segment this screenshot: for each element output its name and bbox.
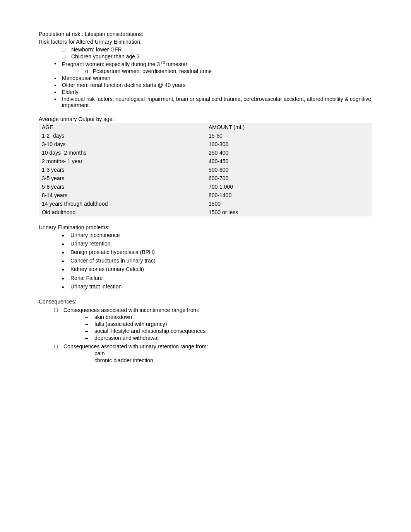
age-cell: Old adulthood — [39, 208, 206, 217]
age-cell: 8-14 years — [39, 191, 206, 200]
filled-bullet-icon: ▪ — [54, 89, 59, 95]
consequence-intro-text: Consequences associated with incontinenc… — [63, 307, 199, 313]
age-cell: 1-3 years — [39, 165, 206, 174]
problem-text: Cancer of structures in urinary tract — [70, 257, 155, 264]
consequence-dash-list-2: – pain – chronic bladder infection — [85, 350, 372, 363]
age-cell: 2 months- 1 year — [39, 157, 206, 165]
amount-cell: 250-400 — [206, 148, 372, 157]
square-bullet-icon: □ — [62, 46, 68, 53]
table-row: 5-8 years 700-1,000 — [39, 182, 372, 191]
amount-cell: 1500 — [206, 200, 372, 208]
dash-text: social, lifestyle and relationship conse… — [94, 328, 206, 334]
consequences-title: Consequences: — [39, 298, 372, 305]
amount-cell: 100-300 — [206, 140, 372, 148]
section-consequences: Consequences: □ Consequences associated … — [39, 298, 372, 363]
sub-postpartum: o Postpartum women: overdistention, resi… — [85, 68, 372, 74]
section-title-2: Risk factors for Altered Urinary Elimina… — [39, 39, 372, 45]
amount-cell: 700-1,000 — [206, 182, 372, 191]
bullet-dot-icon: • — [62, 283, 67, 291]
problem-item-3: • Benign prostatic hyperplasia (BPH) — [62, 249, 372, 256]
bullet-text: Individual risk factors: neurological im… — [62, 96, 372, 108]
square-bullet-icon: □ — [54, 307, 60, 313]
col-header-age: AGE — [39, 123, 206, 131]
amount-cell: 15-60 — [206, 131, 372, 140]
dash-text: skin breakdown — [94, 314, 132, 320]
problem-text: Urinary tract infection — [70, 283, 122, 290]
problem-item-1: • Urinary incontinence — [62, 232, 372, 239]
amount-cell: 500-600 — [206, 165, 372, 174]
col-header-amount: AMOUNT (mL) — [206, 123, 372, 131]
sub-o-icon: o — [85, 68, 88, 74]
filled-bullet-icon: ▪ — [54, 96, 59, 102]
problem-item-7: • Urinary tract infection — [62, 283, 372, 291]
dash-icon: – — [85, 357, 91, 363]
square-bullet-icon: □ — [62, 53, 68, 60]
bullet-children: □ Children younger than age 3 — [62, 53, 372, 60]
bullet-text: Older men: renal function decline starts… — [62, 82, 185, 88]
consequence-intro-1: □ Consequences associated with incontine… — [54, 307, 372, 313]
filled-bullet-icon: ▪ — [54, 75, 59, 81]
dash-item-3: – social, lifestyle and relationship con… — [85, 328, 372, 334]
bullet-dot-icon: • — [62, 266, 67, 273]
table-title: Average urinary Output by age: — [39, 116, 372, 122]
age-cell: 10 days- 2 months — [39, 148, 206, 157]
problem-text: Urinary incontinence — [70, 232, 120, 238]
bullet-dot-icon: • — [62, 275, 67, 282]
dash-icon: – — [85, 321, 91, 327]
age-cell: 1-2- days — [39, 131, 206, 140]
age-cell: 3-5 years — [39, 174, 206, 182]
section-title-1: Population at risk : Lifespan considerat… — [39, 31, 372, 37]
square-bullet-icon: □ — [54, 343, 60, 350]
bullet-text: Elderly — [62, 89, 79, 95]
table-row: 2 months- 1 year 400-450 — [39, 157, 372, 165]
dash-item-bladder: – chronic bladder infection — [85, 357, 372, 363]
table-row: 1-2- days 15-60 — [39, 131, 372, 140]
consequences-block-2: □ Consequences associated with urinary r… — [39, 343, 372, 363]
superscript: rd — [161, 60, 165, 65]
bullet-elderly: ▪ Elderly — [54, 89, 372, 95]
age-cell: 3-10 days — [39, 140, 206, 148]
dash-item-2: – falls (associated with urgency) — [85, 321, 372, 327]
dash-text: depression and withdrawal — [94, 335, 159, 341]
bullet-text: Menopausal women — [62, 75, 110, 81]
problem-text: Renal Failure — [70, 275, 103, 281]
bullet-menopausal: ▪ Menopausal women — [54, 75, 372, 81]
problem-item-4: • Cancer of structures in urinary tract — [62, 257, 372, 265]
dash-item-1: – skin breakdown — [85, 314, 372, 320]
problem-item-6: • Renal Failure — [62, 275, 372, 282]
table-row: 1-3 years 500-600 — [39, 165, 372, 174]
age-cell: 5-8 years — [39, 182, 206, 191]
table-header-row: AGE AMOUNT (mL) — [39, 123, 372, 131]
problem-text: Kidney stones (urinary Calculi) — [70, 266, 144, 272]
section-population: Population at risk : Lifespan considerat… — [39, 31, 372, 108]
bullet-older-men: ▪ Older men: renal function decline star… — [54, 82, 372, 88]
bullet-newborn: □ Newborn: lower GFR — [62, 46, 372, 53]
dash-text: chronic bladder infection — [94, 357, 153, 363]
amount-cell: 1500 or less — [206, 208, 372, 217]
dash-item-pain: – pain — [85, 350, 372, 356]
dash-icon: – — [85, 335, 91, 341]
table-row: 3-5 years 600-700 — [39, 174, 372, 182]
bullet-dot-icon: • — [62, 240, 67, 248]
page: Population at risk : Lifespan considerat… — [0, 0, 411, 402]
bullet-text: Pregnant women: especially during the 3 … — [62, 60, 187, 67]
table-row: 3-10 days 100-300 — [39, 140, 372, 148]
dash-icon: – — [85, 314, 91, 320]
dash-icon: – — [85, 328, 91, 334]
filled-bullet-icon: ▪ — [54, 60, 59, 66]
amount-cell: 800-1400 — [206, 191, 372, 200]
bullet-dot-icon: • — [62, 249, 67, 256]
table-row: 14 years through adulthood 1500 — [39, 200, 372, 208]
bullet-text: Children younger than age 3 — [71, 53, 140, 60]
table-row: 8-14 years 800-1400 — [39, 191, 372, 200]
consequence-dash-list-1: – skin breakdown – falls (associated wit… — [85, 314, 372, 341]
consequences-block-1: □ Consequences associated with incontine… — [39, 307, 372, 341]
bullet-text: Newborn: lower GFR — [71, 46, 122, 53]
section-table: Average urinary Output by age: AGE AMOUN… — [39, 116, 372, 217]
bullet-individual: ▪ Individual risk factors: neurological … — [54, 96, 372, 108]
urinary-output-table: AGE AMOUNT (mL) 1-2- days 15-60 3-10 day… — [39, 123, 372, 217]
amount-cell: 600-700 — [206, 174, 372, 182]
consequence-intro-text: Consequences associated with urinary ret… — [63, 343, 208, 350]
sub-text: Postpartum women: overdistention, residu… — [93, 68, 212, 74]
bullet-pregnant: ▪ Pregnant women: especially during the … — [54, 60, 372, 67]
